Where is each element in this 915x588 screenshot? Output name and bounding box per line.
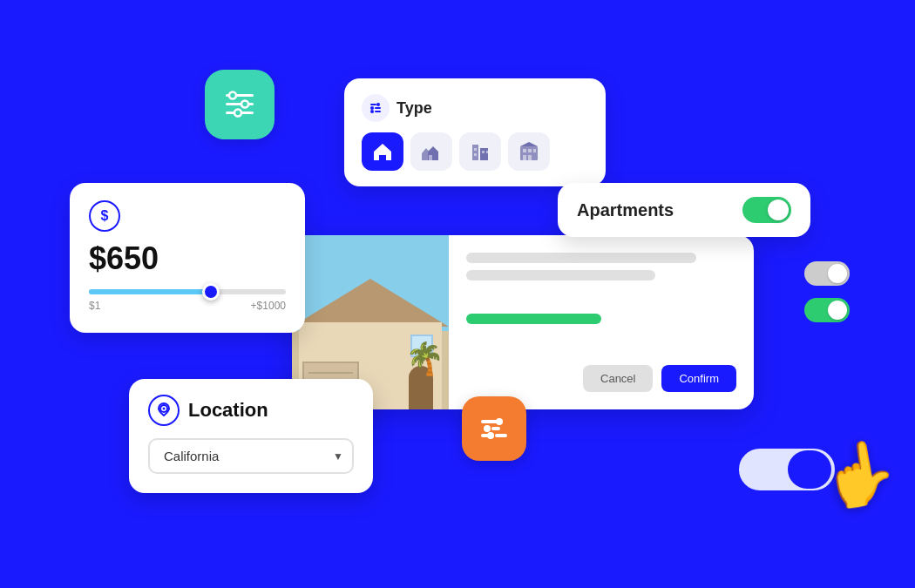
svg-rect-28 (491, 427, 500, 430)
svg-rect-7 (375, 107, 381, 109)
cancel-button[interactable]: Cancel (583, 365, 653, 392)
svg-point-26 (163, 408, 166, 410)
svg-rect-20 (523, 149, 526, 152)
type-villa-button[interactable] (410, 132, 452, 171)
svg-rect-9 (370, 104, 376, 105)
apartments-label: Apartments (577, 200, 674, 220)
svg-rect-16 (474, 153, 477, 156)
svg-rect-14 (480, 148, 488, 160)
slider-thumb[interactable] (202, 283, 220, 301)
slider-track (89, 289, 286, 294)
svg-rect-30 (481, 420, 498, 423)
svg-rect-15 (474, 148, 477, 151)
text-line-1 (466, 253, 696, 263)
filter-teal-icon[interactable] (205, 70, 274, 139)
type-icons-row (362, 132, 588, 171)
svg-point-27 (484, 425, 491, 432)
apartments-card: Apartments (558, 183, 810, 237)
svg-rect-23 (523, 155, 526, 160)
svg-rect-18 (486, 151, 488, 153)
type-apartment-button[interactable] (508, 132, 550, 171)
location-icon (148, 395, 180, 426)
slider-fill (89, 289, 211, 294)
svg-rect-12 (429, 155, 432, 160)
type-building-button[interactable] (459, 132, 501, 171)
slider-min: $1 (89, 300, 100, 312)
toggle-1-off[interactable] (804, 261, 850, 286)
right-toggles (804, 261, 850, 322)
type-filter-icon (362, 94, 390, 122)
text-line-2 (466, 270, 655, 280)
location-select[interactable]: California New York Texas Florida Washin… (148, 438, 354, 474)
dollar-icon: $ (89, 200, 120, 232)
svg-rect-22 (533, 149, 536, 152)
apartments-toggle[interactable] (742, 197, 791, 223)
svg-point-8 (376, 103, 380, 106)
type-card: Type (344, 78, 606, 186)
filter-orange-icon[interactable] (462, 396, 526, 461)
toggle-2-on[interactable] (804, 298, 850, 322)
svg-rect-17 (482, 151, 485, 153)
svg-point-5 (234, 110, 241, 117)
price-card: $ $650 $1 +$1000 (70, 183, 305, 333)
listing-text-lines (466, 253, 736, 280)
svg-point-4 (241, 101, 248, 108)
svg-point-10 (370, 110, 374, 113)
card-actions: Cancel Confirm (466, 365, 736, 392)
svg-rect-21 (528, 149, 532, 152)
svg-rect-24 (528, 155, 532, 160)
slider-labels: $1 +$1000 (89, 300, 286, 312)
svg-rect-11 (375, 111, 381, 112)
location-title: Location (188, 399, 268, 422)
price-slider[interactable] (89, 289, 286, 294)
confirm-button[interactable]: Confirm (661, 365, 736, 392)
text-line-green (466, 314, 601, 324)
svg-rect-32 (495, 434, 507, 437)
svg-point-6 (370, 106, 374, 110)
type-title: Type (396, 99, 432, 118)
type-house-button[interactable] (362, 132, 403, 171)
location-card: Location California New York Texas Flori… (129, 379, 373, 493)
svg-rect-13 (472, 145, 478, 160)
location-select-wrapper[interactable]: California New York Texas Florida Washin… (148, 438, 354, 474)
slider-max: +$1000 (251, 300, 286, 312)
svg-rect-33 (481, 434, 489, 437)
svg-point-3 (229, 92, 236, 99)
hand-cursor: 👆 (817, 432, 904, 516)
price-value: $650 (89, 240, 286, 277)
listing-details: Cancel Confirm (449, 235, 754, 409)
location-header: Location (148, 395, 354, 426)
